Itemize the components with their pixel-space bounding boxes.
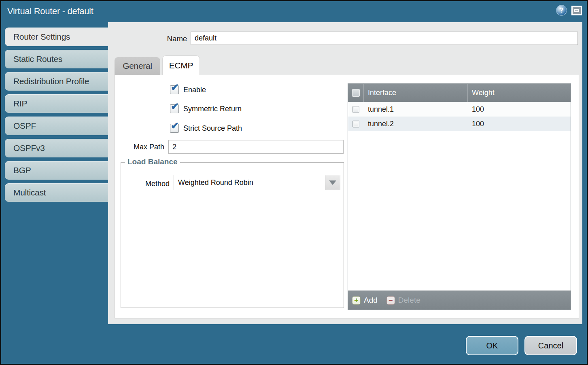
check-icon: ✔ xyxy=(171,83,179,92)
window-restore-icon-inner xyxy=(574,9,579,12)
interface-table: Interface Weight tunnel.1 100 tunnel.2 1… xyxy=(348,83,571,310)
method-dropdown-button[interactable] xyxy=(325,175,340,190)
column-header-weight[interactable]: Weight xyxy=(468,84,571,102)
load-balance-groupbox: Load Balance Method Weighted Round Robin xyxy=(121,162,344,308)
sidebar-item-router-settings[interactable]: Router Settings xyxy=(5,28,108,46)
name-input[interactable] xyxy=(191,32,578,45)
sidebar-item-ospf[interactable]: OSPF xyxy=(5,117,108,135)
strict-source-path-row: ✔ Strict Source Path xyxy=(170,124,242,133)
cancel-button[interactable]: Cancel xyxy=(524,336,577,355)
tab-ecmp[interactable]: ECMP xyxy=(162,55,200,75)
ok-button[interactable]: OK xyxy=(466,336,518,355)
content-pane: Name General ECMP ✔ Enable ✔ Symmetric R… xyxy=(108,22,582,324)
table-toolbar: + Add − Delete xyxy=(348,291,571,310)
max-path-label: Max Path xyxy=(122,143,164,151)
delete-button-label: Delete xyxy=(398,296,420,305)
question-glyph: ? xyxy=(559,6,563,15)
method-dropdown[interactable]: Weighted Round Robin xyxy=(174,175,340,190)
row-checkbox[interactable] xyxy=(352,121,359,127)
plus-glyph: + xyxy=(354,297,359,304)
cell-interface[interactable]: tunnel.1 xyxy=(364,102,468,117)
enable-row: ✔ Enable xyxy=(170,85,206,94)
window-restore-icon[interactable] xyxy=(571,6,582,15)
row-checkbox-cell xyxy=(348,102,364,117)
symmetric-return-checkbox[interactable]: ✔ xyxy=(170,104,179,113)
chevron-down-icon xyxy=(329,180,336,185)
row-checkbox[interactable] xyxy=(352,106,359,113)
column-header-interface[interactable]: Interface xyxy=(364,84,468,102)
enable-label: Enable xyxy=(183,86,206,94)
strict-source-path-checkbox[interactable]: ✔ xyxy=(170,124,179,133)
sidebar-item-bgp[interactable]: BGP xyxy=(5,161,108,180)
sidebar-item-rip[interactable]: RIP xyxy=(5,94,108,113)
sidebar-item-multicast[interactable]: Multicast xyxy=(5,183,108,202)
minus-icon: − xyxy=(386,296,395,305)
help-icon[interactable]: ? xyxy=(556,5,567,16)
strict-source-path-label: Strict Source Path xyxy=(183,124,242,133)
method-dropdown-value: Weighted Round Robin xyxy=(174,175,325,190)
load-balance-legend: Load Balance xyxy=(125,157,180,166)
table-row[interactable]: tunnel.2 100 xyxy=(348,117,571,131)
enable-checkbox[interactable]: ✔ xyxy=(170,85,179,94)
add-button-label: Add xyxy=(364,296,378,305)
title-bar: Virtual Router - default ? xyxy=(1,1,587,22)
cell-weight[interactable]: 100 xyxy=(468,102,571,117)
cell-weight[interactable]: 100 xyxy=(468,117,571,131)
name-label: Name xyxy=(149,34,187,43)
table-empty-area xyxy=(348,131,571,291)
cell-interface[interactable]: tunnel.2 xyxy=(364,117,468,131)
symmetric-return-row: ✔ Symmetric Return xyxy=(170,104,242,113)
plus-icon: + xyxy=(352,296,361,305)
dialog-title: Virtual Router - default xyxy=(7,6,93,17)
sidebar-item-static-routes[interactable]: Static Routes xyxy=(5,50,108,68)
check-icon: ✔ xyxy=(171,121,179,131)
check-icon: ✔ xyxy=(171,102,179,111)
ecmp-tab-panel: ✔ Enable ✔ Symmetric Return ✔ Strict Sou… xyxy=(115,75,579,318)
tab-general[interactable]: General xyxy=(115,57,160,75)
table-header-row: Interface Weight xyxy=(348,84,571,102)
virtual-router-dialog: Virtual Router - default ? Router Settin… xyxy=(0,0,588,365)
sidebar: Router Settings Static Routes Redistribu… xyxy=(5,28,108,206)
minus-glyph: − xyxy=(388,297,393,304)
title-bar-icons: ? xyxy=(556,5,582,16)
method-label: Method xyxy=(133,180,170,188)
table-row[interactable]: tunnel.1 100 xyxy=(348,102,571,117)
delete-button[interactable]: − Delete xyxy=(386,296,420,305)
max-path-input[interactable] xyxy=(168,140,344,154)
sidebar-item-redistribution-profile[interactable]: Redistribution Profile xyxy=(5,72,108,91)
sidebar-item-ospfv3[interactable]: OSPFv3 xyxy=(5,139,108,157)
add-button[interactable]: + Add xyxy=(352,296,378,305)
header-checkbox-cell xyxy=(348,84,364,102)
symmetric-return-label: Symmetric Return xyxy=(183,105,242,113)
row-checkbox-cell xyxy=(348,117,364,131)
select-all-checkbox[interactable] xyxy=(352,89,360,97)
